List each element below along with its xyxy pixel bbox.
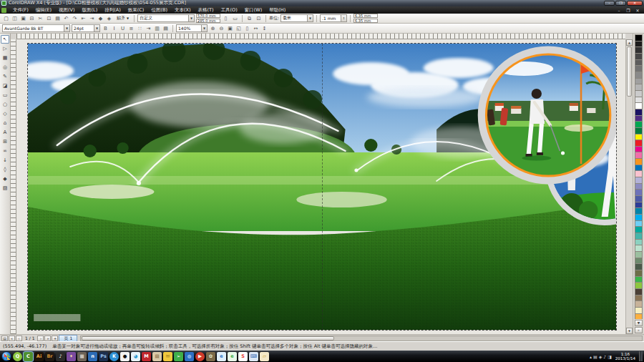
tray-icon-4[interactable]: ◨ (608, 354, 612, 359)
chevron-down-icon[interactable]: ▼ (64, 25, 69, 31)
chevron-down-icon[interactable]: ▼ (307, 15, 313, 21)
menu-item-5[interactable]: 效果(C) (125, 6, 148, 14)
color-swatch-4[interactable] (635, 59, 643, 66)
color-swatch-38[interactable] (635, 270, 643, 276)
color-swatch-34[interactable] (635, 245, 643, 251)
color-swatch-45[interactable] (635, 313, 643, 320)
blend-tool[interactable]: ∞ (1, 147, 9, 155)
interactive-fill-tool[interactable]: ▨ (1, 184, 9, 192)
taskbar-qvod-player-icon[interactable]: Q (13, 352, 22, 361)
print-icon[interactable]: ⊟ (28, 14, 36, 22)
taskbar-illustrator-icon[interactable]: Ai (34, 352, 44, 361)
horizontal-ruler[interactable] (16, 34, 625, 39)
vertical-scroll-thumb[interactable] (627, 47, 632, 97)
start-button[interactable] (1, 351, 11, 361)
menu-item-0[interactable]: 文件(F) (9, 6, 32, 14)
color-swatch-31[interactable] (635, 226, 643, 233)
menu-item-3[interactable]: 版面(L) (79, 6, 102, 14)
rectangle-tool[interactable]: ▭ (1, 91, 9, 99)
fill-tool[interactable]: ◆ (1, 175, 9, 183)
color-swatch-18[interactable] (635, 146, 643, 152)
bold-icon[interactable]: B (102, 24, 109, 32)
taskbar-bird-app-icon[interactable]: ➢ (174, 352, 183, 361)
save-icon[interactable]: ▣ (19, 14, 27, 22)
vertical-text-icon[interactable]: ▤ (162, 24, 170, 32)
chevron-down-icon[interactable]: ▼ (201, 25, 207, 31)
vertical-ruler[interactable] (11, 39, 16, 334)
paste-icon[interactable]: ▤ (54, 14, 62, 22)
color-swatch-11[interactable] (635, 102, 643, 109)
page-width-field[interactable]: 570.0 mm (196, 14, 220, 18)
taskbar-media-player-icon[interactable]: ▶ (195, 352, 205, 361)
copy-icon[interactable]: ⊡ (45, 14, 53, 22)
taskbar-device-manager-icon[interactable]: ⌨ (249, 352, 258, 361)
color-swatch-8[interactable] (635, 84, 643, 90)
taskbar-photoshop-icon[interactable]: Ps (99, 352, 108, 361)
color-swatch-7[interactable] (635, 78, 643, 84)
color-swatch-24[interactable] (635, 183, 643, 190)
color-swatch-40[interactable] (635, 282, 643, 288)
alignment-icon[interactable]: ≡ (127, 24, 135, 32)
tray-icon-3[interactable]: ♪ (603, 354, 606, 359)
current-page-button[interactable]: ⊡ (255, 14, 263, 22)
open-icon[interactable]: ◫ (11, 14, 19, 22)
menu-item-11[interactable]: 帮助(H) (265, 6, 289, 14)
doc-restore-button[interactable]: ❐ (625, 8, 632, 13)
portrait-button[interactable]: ▯ (222, 14, 230, 22)
snap-dropdown[interactable]: 贴齐 ▼ (114, 14, 131, 22)
horizontal-text-icon[interactable]: ▥ (153, 24, 161, 32)
zoom-in-icon[interactable]: ⊕ (209, 24, 217, 32)
tray-icon-0[interactable]: ▴ (590, 354, 592, 359)
smart-fill-tool[interactable]: ◪ (1, 82, 9, 90)
taskbar-netease-app-icon[interactable]: n (88, 352, 97, 361)
color-swatch-9[interactable] (635, 90, 643, 97)
color-swatch-35[interactable] (635, 251, 643, 258)
basic-shapes-tool[interactable]: ⌂ (1, 119, 9, 127)
color-swatch-29[interactable] (635, 214, 643, 220)
export-icon[interactable]: ⇥ (88, 14, 96, 22)
taskbar-m-app-icon[interactable]: M (142, 352, 151, 361)
taskbar-misc-app-icon[interactable]: ✿ (206, 352, 215, 361)
zoom-tool[interactable]: ◎ (1, 63, 9, 72)
color-swatch-37[interactable] (635, 263, 643, 270)
taskbar-folder-icon[interactable]: ▱ (260, 352, 269, 361)
menu-item-6[interactable]: 位图(B) (147, 6, 171, 14)
color-swatch-2[interactable] (635, 47, 643, 53)
all-pages-button[interactable]: ⧉ (245, 14, 253, 22)
color-swatch-23[interactable] (635, 177, 643, 183)
color-swatch-27[interactable] (635, 202, 643, 208)
italic-icon[interactable]: I (110, 24, 118, 32)
page-flyout-button[interactable]: ▤ (1, 336, 8, 341)
zoom-selected-icon[interactable]: ▣ (226, 24, 234, 32)
taskbar-coreldraw-icon[interactable]: C (24, 352, 33, 361)
color-swatch-22[interactable] (635, 170, 643, 177)
units-combo[interactable]: 毫米 ▼ (280, 14, 313, 22)
color-swatch-15[interactable] (635, 127, 643, 134)
first-page-button[interactable]: « (9, 336, 15, 341)
stepper-icon[interactable]: ⇕ (341, 15, 346, 21)
pick-tool[interactable]: ↖ (1, 35, 9, 44)
scroll-down-icon[interactable]: ▼ (626, 328, 633, 334)
doc-close-button[interactable]: ✕ (634, 8, 641, 13)
color-swatch-3[interactable] (635, 53, 643, 59)
color-swatch-0[interactable] (635, 34, 643, 41)
shape-tool[interactable]: ▷ (1, 44, 9, 53)
golf-course-artwork[interactable] (28, 44, 616, 330)
close-button[interactable]: ✕ (627, 1, 643, 6)
color-swatch-41[interactable] (635, 288, 643, 295)
minimize-button[interactable]: – (604, 1, 615, 6)
taskbar-sogou-input-icon[interactable]: S (238, 352, 248, 361)
color-swatch-43[interactable] (635, 300, 643, 307)
font-size-combo[interactable]: 24pt ▼ (72, 24, 100, 32)
canvas-viewport[interactable] (16, 39, 625, 334)
color-swatch-42[interactable] (635, 295, 643, 301)
page-height-field[interactable]: 285.0 mm (196, 19, 220, 23)
welcome-screen-icon[interactable]: ◈ (105, 14, 113, 22)
outline-pen-tool[interactable]: ◊ (1, 165, 9, 174)
menu-item-9[interactable]: 工具(O) (218, 6, 241, 14)
menu-item-8[interactable]: 表格(T) (194, 6, 217, 14)
horizontal-scroll-thumb[interactable] (82, 336, 334, 341)
zoom-out-icon[interactable]: ⊖ (218, 24, 225, 32)
bullet-list-icon[interactable]: ∷ (136, 24, 144, 32)
duplicate-x-field[interactable]: 6.35 mm (353, 14, 378, 18)
